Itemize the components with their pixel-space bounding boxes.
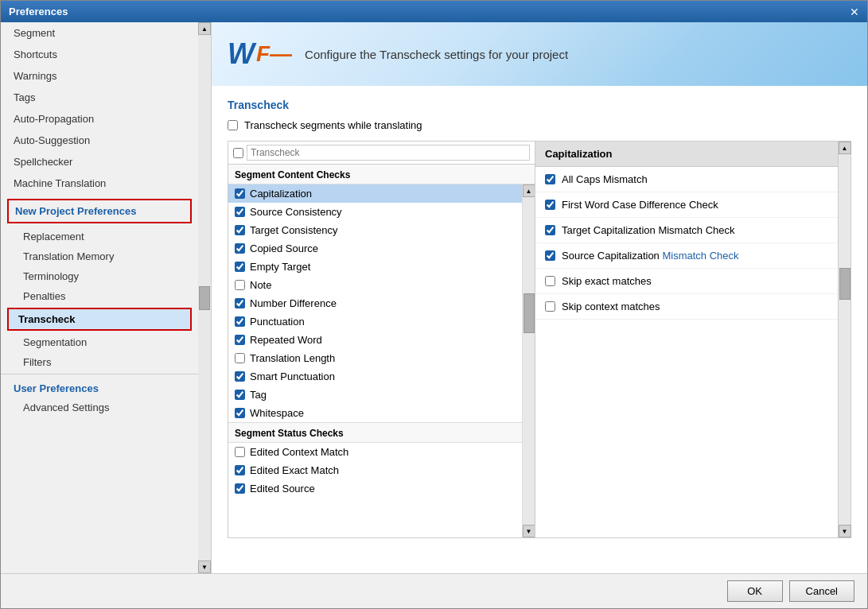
sidebar-item-transcheck[interactable]: Transcheck — [7, 308, 192, 331]
sidebar: Segment Shortcuts Warnings Tags Auto-Pro… — [1, 22, 198, 573]
transcheck-while-translating-label: Transcheck segments while translating — [244, 119, 422, 131]
check-item-tag[interactable]: Tag — [228, 386, 522, 404]
sidebar-scrollbar: ▲ ▼ — [198, 22, 211, 573]
cap-list: All Caps Mismatch First Word Case Differ… — [535, 167, 838, 537]
sidebar-item-warnings[interactable]: Warnings — [1, 65, 198, 87]
sidebar-item-auto-suggestion[interactable]: Auto-Suggestion — [1, 130, 198, 151]
check-item-target-consistency[interactable]: Target Consistency — [228, 221, 522, 239]
sidebar-item-segment[interactable]: Segment — [1, 22, 198, 44]
checks-list: Capitalization Source Consistency Target… — [228, 184, 522, 537]
left-scrollbar: ▲ ▼ — [522, 184, 535, 537]
check-item-translation-length[interactable]: Translation Length — [228, 349, 522, 367]
sidebar-scroll-down[interactable]: ▼ — [198, 561, 211, 573]
left-scroll-thumb[interactable] — [524, 293, 535, 333]
cap-check-skip-exact[interactable] — [545, 276, 555, 286]
check-repeated-word[interactable] — [235, 335, 245, 345]
header-description: Configure the Transcheck settings for yo… — [305, 48, 568, 61]
cap-check-skip-context[interactable] — [545, 301, 555, 312]
check-smart-punctuation[interactable] — [235, 371, 245, 382]
sidebar-item-filters[interactable]: Filters — [1, 352, 198, 372]
sidebar-item-replacement[interactable]: Replacement — [1, 227, 198, 246]
check-copied-source[interactable] — [235, 243, 245, 254]
new-project-preferences-label[interactable]: New Project Preferences — [7, 199, 192, 223]
close-button[interactable]: ✕ — [850, 6, 859, 17]
sidebar-item-terminology[interactable]: Terminology — [1, 266, 198, 286]
check-number-difference[interactable] — [235, 298, 245, 308]
ok-button[interactable]: OK — [727, 580, 783, 602]
check-edited-source[interactable] — [235, 483, 245, 494]
checks-container: Segment Content Checks Capitalization — [228, 141, 851, 538]
cap-panel-header: Capitalization — [535, 142, 838, 167]
check-item-edited-source[interactable]: Edited Source — [228, 479, 522, 498]
sidebar-item-tags[interactable]: Tags — [1, 87, 198, 108]
user-preferences-label[interactable]: User Preferences — [1, 376, 198, 398]
cap-item-source-cap[interactable]: Source Capitalization Mismatch Check — [535, 243, 838, 269]
right-scroll-up[interactable]: ▲ — [839, 142, 851, 154]
sidebar-item-translation-memory[interactable]: Translation Memory — [1, 246, 198, 266]
cap-check-source-cap[interactable] — [545, 250, 555, 261]
check-item-edited-exact-match[interactable]: Edited Exact Match — [228, 461, 522, 479]
dialog-title: Preferences — [9, 6, 68, 17]
check-edited-context-match[interactable] — [235, 447, 245, 457]
cap-item-all-caps[interactable]: All Caps Mismatch — [535, 167, 838, 192]
check-whitespace[interactable] — [235, 408, 245, 418]
right-scroll-down[interactable]: ▼ — [839, 525, 851, 537]
cancel-button[interactable]: Cancel — [789, 580, 854, 602]
check-target-consistency[interactable] — [235, 225, 245, 235]
check-item-punctuation[interactable]: Punctuation — [228, 312, 522, 331]
check-note[interactable] — [235, 280, 245, 290]
check-punctuation[interactable] — [235, 316, 245, 327]
check-item-whitespace[interactable]: Whitespace — [228, 404, 522, 422]
check-edited-exact-match[interactable] — [235, 465, 245, 475]
check-item-note[interactable]: Note — [228, 276, 522, 294]
sidebar-item-spellchecker[interactable]: Spellchecker — [1, 151, 198, 173]
content-area: Transcheck Transcheck segments while tra… — [212, 86, 867, 573]
check-capitalization[interactable] — [235, 188, 245, 199]
check-item-empty-target[interactable]: Empty Target — [228, 258, 522, 276]
check-item-source-consistency[interactable]: Source Consistency — [228, 203, 522, 221]
cap-item-skip-exact[interactable]: Skip exact matches — [535, 269, 838, 294]
logo-dash: F— — [256, 41, 292, 67]
segment-content-checks-header: Segment Content Checks — [228, 165, 535, 184]
cap-item-target-cap[interactable]: Target Capitalization Mismatch Check — [535, 218, 838, 243]
sidebar-item-shortcuts[interactable]: Shortcuts — [1, 44, 198, 65]
sidebar-item-machine-translation[interactable]: Machine Translation — [1, 173, 198, 194]
check-empty-target[interactable] — [235, 262, 245, 272]
sidebar-divider — [1, 374, 198, 374]
sidebar-item-advanced-settings[interactable]: Advanced Settings — [1, 398, 198, 417]
check-item-copied-source[interactable]: Copied Source — [228, 239, 522, 258]
left-scroll-down[interactable]: ▼ — [523, 525, 535, 537]
search-checkbox[interactable] — [233, 148, 243, 158]
left-scroll-up[interactable]: ▲ — [523, 184, 535, 197]
check-source-consistency[interactable] — [235, 207, 245, 217]
logo-w: W — [228, 37, 255, 71]
check-item-edited-context-match[interactable]: Edited Context Match — [228, 443, 522, 461]
cap-check-first-word[interactable] — [545, 200, 555, 210]
search-row — [228, 142, 535, 165]
header-banner: W F— Configure the Transcheck settings f… — [212, 22, 867, 86]
check-item-repeated-word[interactable]: Repeated Word — [228, 331, 522, 349]
sidebar-item-penalties[interactable]: Penalties — [1, 286, 198, 306]
sidebar-wrapper: Segment Shortcuts Warnings Tags Auto-Pro… — [1, 22, 212, 573]
sidebar-item-auto-propagation[interactable]: Auto-Propagation — [1, 108, 198, 130]
transcheck-top: Transcheck segments while translating — [228, 119, 851, 131]
check-tag[interactable] — [235, 390, 245, 400]
search-input[interactable] — [247, 145, 530, 161]
cap-item-first-word[interactable]: First Word Case Difference Check — [535, 192, 838, 218]
cap-check-all-caps[interactable] — [545, 174, 555, 184]
sidebar-scroll-up[interactable]: ▲ — [198, 22, 211, 35]
check-item-capitalization[interactable]: Capitalization — [228, 184, 522, 203]
check-item-number-difference[interactable]: Number Difference — [228, 294, 522, 312]
right-scroll-thumb[interactable] — [839, 268, 850, 300]
cap-item-skip-context[interactable]: Skip context matches — [535, 294, 838, 320]
transcheck-while-translating-checkbox[interactable] — [228, 120, 238, 130]
check-translation-length[interactable] — [235, 353, 245, 363]
main-content: W F— Configure the Transcheck settings f… — [212, 22, 867, 573]
left-panel: Segment Content Checks Capitalization — [228, 142, 535, 537]
check-item-smart-punctuation[interactable]: Smart Punctuation — [228, 367, 522, 386]
sidebar-item-segmentation[interactable]: Segmentation — [1, 332, 198, 352]
dialog-body: Segment Shortcuts Warnings Tags Auto-Pro… — [1, 22, 867, 573]
cap-check-target-cap[interactable] — [545, 225, 555, 235]
logo: W F— — [228, 37, 292, 71]
sidebar-scroll-thumb[interactable] — [199, 286, 210, 310]
